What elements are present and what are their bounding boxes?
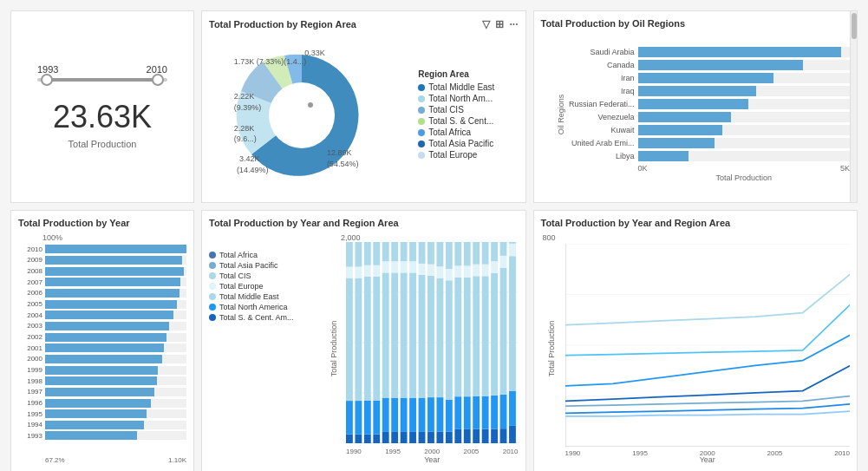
stacked-svg: 1,500 1,000 500 0: [346, 242, 519, 443]
stacked-bar-segment: [500, 428, 507, 443]
oil-bar-track: [638, 47, 851, 57]
stacked-bar-segment: [473, 429, 480, 443]
stacked-bar-segment: [473, 396, 480, 429]
year-footer: 67.2% 1.10K: [45, 456, 186, 464]
stacked-bar-segment: [401, 272, 408, 397]
oil-bar-track: [638, 86, 851, 96]
stacked-bar-segment: [427, 265, 434, 276]
year-bar-fill: [45, 289, 179, 298]
legend-item-sca: Total S. & Cent...: [418, 116, 494, 126]
stacked-bar-segment: [454, 265, 461, 277]
stacked-bar-segment: [454, 242, 461, 265]
oil-bar-label: Canada: [548, 61, 635, 69]
stacked-bar-segment: [391, 432, 398, 443]
legend-item-asia: Total Asia Pacific: [418, 139, 494, 148]
year-bar-fill: [45, 333, 166, 342]
year-bar-fill: [45, 343, 164, 352]
oil-card: Total Production by Oil Regions Oil Regi…: [533, 10, 858, 203]
year-bar-fill: [45, 399, 151, 408]
year-pct-label: 100%: [42, 233, 186, 242]
year-bar-row: 2010: [18, 245, 186, 253]
year-range-slider[interactable]: [37, 78, 167, 82]
year-bar-row: 2004: [18, 311, 186, 319]
donut-label-asia: 0.33K: [304, 49, 325, 57]
chart-icons[interactable]: ▽ ⊞ ···: [482, 18, 518, 30]
slider-right-thumb[interactable]: [152, 74, 164, 86]
scrollbar-thumb[interactable]: [852, 13, 857, 39]
stacked-bar-segment: [473, 276, 480, 396]
line-y-max: 800: [543, 233, 556, 242]
scrollbar[interactable]: [850, 11, 857, 202]
year-bar-fill: [45, 267, 184, 276]
year-chart: 2010200920082007200620052004200320022001…: [18, 244, 186, 455]
oil-bar-row: Iraq: [548, 86, 851, 96]
stacked-bar-segment: [401, 242, 408, 261]
stacked-bar-segment: [446, 400, 453, 432]
stacked-bar-segment: [446, 280, 453, 400]
year-bar-track: [45, 322, 186, 330]
oil-bar-fill: [638, 60, 804, 70]
stacked-bar-segment: [355, 242, 362, 267]
stacked-legend-cis: Total CIS: [209, 271, 322, 280]
stacked-bar-segment: [482, 242, 489, 265]
slider-section[interactable]: 1993 2010: [18, 64, 186, 82]
stacked-y-max: 2,000: [341, 233, 361, 242]
expand-icon[interactable]: ⊞: [495, 18, 504, 30]
year-bar-row: 2000: [18, 355, 186, 363]
stacked-bar-segment: [373, 435, 380, 443]
stacked-bar-segment: [382, 272, 389, 397]
stacked-bar-segment: [419, 242, 426, 264]
stacked-bar-segment: [355, 435, 362, 443]
stacked-legend-middle: Total Middle East: [209, 292, 322, 301]
stacked-bar-segment: [427, 242, 434, 265]
stacked-bar-segment: [373, 242, 380, 265]
line-card: Total Production by Year and Region Area…: [533, 210, 858, 471]
year-bar-track: [45, 245, 186, 253]
year-bar-row: 1993: [18, 431, 186, 440]
donut-card: Total Production by Region Area ▽ ⊞ ···: [201, 10, 526, 203]
year-bar-track: [45, 333, 186, 342]
stacked-bar-segment: [373, 265, 380, 277]
year-bar-track: [45, 278, 186, 286]
year-bar-track: [45, 376, 186, 385]
legend-item-middle-east: Total Middle East: [418, 82, 494, 92]
stacked-bar-segment: [509, 256, 516, 390]
stacked-bar-segment: [409, 432, 416, 443]
stacked-bar-segment: [464, 429, 471, 443]
year-bar-fill: [45, 256, 182, 265]
donut-label-cis-pct: (9.6...): [234, 134, 257, 143]
stacked-bar-segment: [346, 278, 353, 401]
stacked-bar-segment: [454, 429, 461, 443]
oil-bar-label: Saudi Arabia: [548, 48, 635, 56]
year-bar-track: [45, 409, 186, 418]
line-title: Total Production by Year and Region Area: [541, 218, 851, 228]
year-bar-track: [45, 256, 186, 265]
stacked-bar-segment: [409, 242, 416, 261]
oil-bar-row: Canada: [548, 60, 851, 70]
stacked-legend-africa: Total Africa: [209, 251, 322, 259]
line-y-axis-label: Total Production: [547, 321, 556, 377]
oil-bars-container: Saudi ArabiaCanadaIranIraqRussian Federa…: [548, 47, 851, 161]
filter-icon[interactable]: ▽: [482, 18, 490, 30]
year-bar-label: 1994: [18, 421, 42, 428]
year-bar-row: 2008: [18, 267, 186, 276]
stacked-bar-segment: [454, 278, 461, 396]
year-bar-track: [45, 421, 186, 429]
year-bar-fill: [45, 366, 158, 375]
stacked-bar-segment: [446, 432, 453, 443]
oil-bar-track: [638, 73, 851, 83]
stacked-legend-north: Total North America: [209, 303, 322, 311]
stacked-x-labels: 1990 1995 2000 2005 2010: [346, 448, 519, 455]
donut-content: 0.33K 1.73K (7.33%)(1.4...) 2.22K (9.39%…: [209, 36, 519, 195]
stacked-bar-segment: [391, 272, 398, 397]
year-bar-track: [45, 267, 186, 276]
year-card: Total Production by Year 100% 2010200920…: [10, 210, 194, 471]
donut-legend: Region Area Total Middle East Total Nort…: [418, 69, 494, 161]
year-bar-track: [45, 431, 186, 440]
more-icon[interactable]: ···: [509, 18, 518, 30]
legend-title: Region Area: [418, 69, 494, 79]
stacked-bar-segment: [427, 397, 434, 432]
oil-bar-track: [638, 99, 851, 109]
slider-left-thumb[interactable]: [41, 74, 53, 86]
year-bar-row: 1995: [18, 409, 186, 418]
